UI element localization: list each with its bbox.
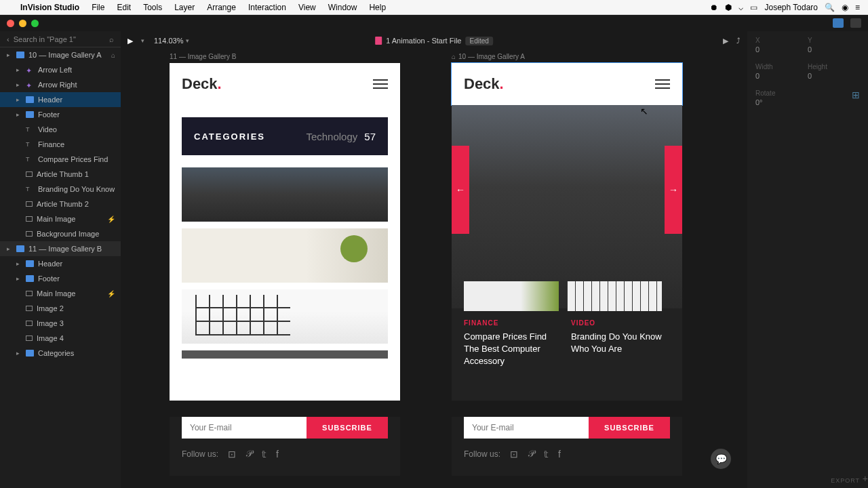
- layer-item[interactable]: TFinance: [0, 137, 121, 152]
- pinterest-icon[interactable]: 𝒫: [528, 448, 534, 460]
- artboard-gallery-b[interactable]: 11 — Image Gallery B Deck. CATEGORIES Te…: [170, 53, 400, 476]
- article-thumb[interactable]: [182, 228, 388, 283]
- y-value[interactable]: 0: [808, 45, 860, 54]
- search-row[interactable]: ‹ Search in "Page 1" ⌕: [0, 31, 121, 47]
- edited-badge: Edited: [465, 37, 492, 45]
- back-icon[interactable]: ‹: [7, 35, 9, 43]
- hamburger-icon[interactable]: [373, 79, 388, 89]
- menu-arrange[interactable]: Arrange: [207, 3, 236, 12]
- pinterest-icon[interactable]: 𝒫: [245, 448, 252, 460]
- maximize-window[interactable]: [31, 20, 39, 27]
- hero-image[interactable]: ← →: [452, 105, 682, 308]
- article-headline: Compare Prices Find The Best Computer Ac…: [464, 331, 563, 368]
- mini-thumb[interactable]: [464, 281, 559, 311]
- categories-banner[interactable]: CATEGORIES Technology 57: [182, 117, 388, 155]
- layer-item[interactable]: Main Image⚡: [0, 286, 121, 301]
- article-thumb[interactable]: [182, 167, 388, 222]
- instagram-icon[interactable]: ⊡: [510, 449, 518, 460]
- menu-help[interactable]: Help: [369, 3, 386, 12]
- menu-layer[interactable]: Layer: [174, 3, 195, 12]
- facebook-icon[interactable]: f: [276, 449, 279, 460]
- trash-icon[interactable]: [850, 18, 861, 28]
- menu-icon[interactable]: ≡: [855, 3, 860, 12]
- menu-tools[interactable]: Tools: [143, 3, 162, 12]
- minimize-window[interactable]: [19, 20, 26, 27]
- layer-item[interactable]: TBranding Do You Know: [0, 182, 121, 197]
- artboard-label[interactable]: 11 — Image Gallery B: [170, 53, 400, 60]
- wifi-icon[interactable]: ⌵: [738, 3, 743, 12]
- follow-label: Follow us:: [182, 449, 218, 459]
- layer-label: Footer: [38, 110, 60, 119]
- twitter-icon[interactable]: 𝕥: [544, 449, 549, 460]
- layer-item[interactable]: ▸11 — Image Gallery B: [0, 241, 121, 256]
- artboard-label[interactable]: 10 — Image Gallery A: [458, 53, 525, 60]
- layer-item[interactable]: Background Image: [0, 226, 121, 241]
- instagram-icon[interactable]: ⊡: [228, 449, 236, 460]
- play-icon[interactable]: ▶: [723, 37, 728, 45]
- email-input[interactable]: [182, 417, 307, 439]
- layer-item[interactable]: ▸✦Arrow Right: [0, 77, 121, 92]
- screencast-icon[interactable]: ⏺: [710, 3, 718, 12]
- width-value[interactable]: 0: [755, 72, 808, 80]
- layer-item[interactable]: Image 2: [0, 301, 121, 316]
- layer-item[interactable]: Image 3: [0, 316, 121, 331]
- arrow-left-button[interactable]: ←: [452, 146, 469, 234]
- menu-edit[interactable]: Edit: [117, 3, 131, 12]
- app-name[interactable]: InVision Studio: [20, 3, 79, 12]
- chat-bubble-icon[interactable]: 💬: [711, 449, 731, 469]
- user-name[interactable]: Joseph Todaro: [764, 3, 818, 12]
- layer-item[interactable]: Image 4: [0, 331, 121, 346]
- menu-view[interactable]: View: [298, 3, 316, 12]
- twitter-icon[interactable]: 𝕥: [262, 449, 267, 460]
- layer-item[interactable]: ▸10 — Image Gallery A⌂: [0, 47, 121, 62]
- layer-item[interactable]: Article Thumb 2: [0, 197, 121, 211]
- menu-file[interactable]: File: [92, 3, 104, 12]
- layer-label: Categories: [38, 349, 74, 357]
- height-value[interactable]: 0: [808, 72, 860, 80]
- menu-window[interactable]: Window: [328, 3, 357, 12]
- facebook-icon[interactable]: f: [558, 449, 561, 460]
- article-card[interactable]: FINANCE Compare Prices Find The Best Com…: [464, 319, 563, 368]
- layer-item[interactable]: ▸Categories: [0, 346, 121, 361]
- layer-item[interactable]: Article Thumb 1: [0, 167, 121, 182]
- dropdown-icon[interactable]: ▾: [186, 37, 189, 44]
- display-icon[interactable]: ▭: [750, 3, 757, 12]
- layer-item[interactable]: ▸Footer: [0, 107, 121, 122]
- layer-item[interactable]: Main Image⚡: [0, 211, 121, 226]
- article-thumb[interactable]: [182, 289, 388, 344]
- canvas[interactable]: ▶ ▾ 114.03% ▾ 1 Animation - Start File E…: [121, 31, 747, 488]
- rotate-label: Rotate: [755, 89, 808, 97]
- subscribe-button[interactable]: SUBSCRIBE: [589, 417, 670, 439]
- subscribe-button[interactable]: SUBSCRIBE: [307, 417, 388, 439]
- close-window[interactable]: [7, 20, 14, 27]
- pointer-tool-icon[interactable]: ▶: [127, 37, 133, 45]
- export-label[interactable]: EXPORT: [831, 477, 860, 484]
- x-value[interactable]: 0: [755, 45, 808, 54]
- layer-item[interactable]: TVideo: [0, 122, 121, 137]
- alignment-icons[interactable]: ⊞: [808, 89, 860, 106]
- upload-icon[interactable]: ⤴: [736, 37, 741, 45]
- article-thumb[interactable]: [182, 350, 388, 359]
- layer-item[interactable]: ▸✦Arrow Left: [0, 62, 121, 77]
- article-card[interactable]: VIDEO Branding Do You Know Who You Are: [571, 319, 670, 368]
- rotate-value[interactable]: 0°: [755, 98, 808, 106]
- menu-interaction[interactable]: Interaction: [248, 3, 286, 12]
- dropbox-icon[interactable]: ⬢: [725, 3, 732, 12]
- document-title: 1 Animation - Start File: [386, 37, 461, 45]
- dropdown-icon[interactable]: ▾: [141, 37, 144, 44]
- follow-row: Follow us: ⊡ 𝒫 𝕥 f: [182, 448, 388, 460]
- layer-item[interactable]: ▸Footer: [0, 271, 121, 286]
- email-input[interactable]: [464, 417, 589, 439]
- hamburger-icon[interactable]: [655, 79, 670, 89]
- search-icon[interactable]: 🔍: [825, 3, 835, 12]
- siri-icon[interactable]: ◉: [842, 3, 848, 12]
- search-icon[interactable]: ⌕: [109, 35, 114, 43]
- mini-thumb[interactable]: [567, 281, 662, 311]
- layer-item[interactable]: ▸Header: [0, 256, 121, 271]
- layer-item[interactable]: ▸Header: [0, 92, 121, 107]
- arrow-right-button[interactable]: →: [665, 146, 682, 234]
- library-icon[interactable]: [833, 18, 844, 28]
- zoom-level[interactable]: 114.03%: [154, 37, 183, 45]
- add-icon[interactable]: +: [863, 473, 868, 484]
- layer-item[interactable]: TCompare Prices Find: [0, 152, 121, 167]
